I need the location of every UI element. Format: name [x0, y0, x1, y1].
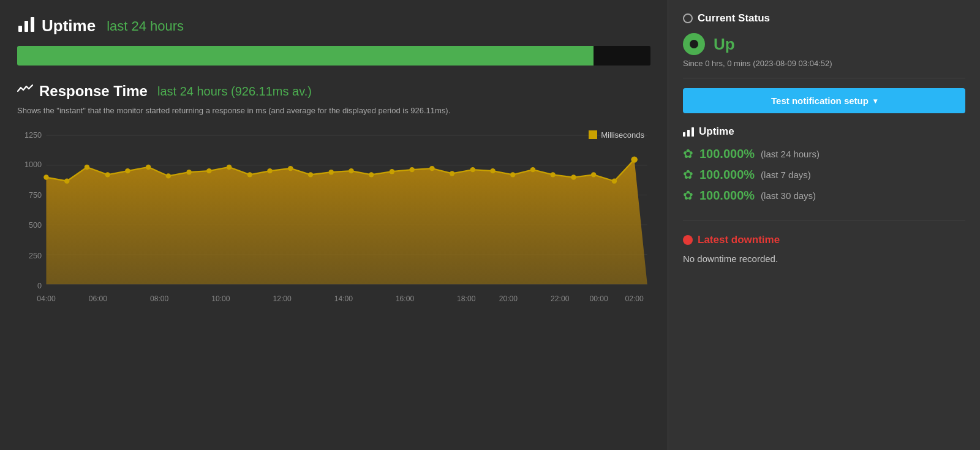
response-subtitle: last 24 hours (926.11ms av.): [157, 84, 312, 99]
svg-point-39: [510, 172, 515, 177]
status-header-icon: [683, 13, 693, 23]
legend-color-box: [589, 130, 597, 139]
svg-rect-0: [18, 26, 22, 32]
svg-point-38: [490, 168, 495, 173]
svg-text:1250: 1250: [24, 131, 42, 140]
svg-point-20: [125, 168, 130, 173]
notify-button-label: Test notification setup: [771, 96, 869, 106]
svg-point-40: [530, 167, 535, 171]
uptime-section-label: Uptime: [699, 126, 734, 138]
svg-point-27: [267, 168, 272, 173]
svg-point-30: [329, 170, 334, 174]
uptime-star-2: ✿: [683, 188, 693, 203]
no-downtime-text: No downtime recorded.: [683, 253, 965, 264]
svg-rect-59: [687, 130, 690, 137]
svg-point-33: [390, 169, 394, 174]
response-time-icon: [17, 83, 33, 100]
svg-rect-58: [683, 132, 685, 137]
notify-button[interactable]: Test notification setup ▾: [683, 88, 965, 113]
svg-point-31: [349, 168, 353, 173]
svg-text:18:00: 18:00: [457, 294, 476, 303]
svg-point-26: [247, 172, 252, 177]
downtime-dot-icon: [683, 235, 693, 245]
svg-rect-1: [24, 21, 28, 32]
response-desc: Shows the "instant" that the monitor sta…: [17, 105, 650, 117]
svg-point-44: [612, 178, 617, 183]
uptime-row-0: ✿ 100.000% (last 24 hours): [683, 146, 965, 161]
status-text-group: Up: [714, 35, 735, 54]
svg-text:06:00: 06:00: [89, 294, 108, 303]
latest-downtime-label: Latest downtime: [698, 234, 780, 246]
svg-text:12:00: 12:00: [273, 294, 292, 303]
uptime-bar-icon: [683, 127, 694, 137]
uptime-section-header: Uptime: [683, 126, 965, 138]
svg-text:20:00: 20:00: [499, 294, 518, 303]
status-row: Up: [683, 33, 965, 55]
svg-text:16:00: 16:00: [396, 294, 415, 303]
svg-point-29: [308, 172, 313, 177]
svg-point-36: [450, 171, 454, 176]
progress-bar-black: [594, 46, 650, 66]
svg-text:10:00: 10:00: [211, 294, 230, 303]
svg-point-42: [571, 174, 576, 179]
status-indicator-inner: [690, 40, 698, 48]
svg-point-25: [227, 164, 232, 169]
svg-point-32: [369, 172, 374, 177]
bar-chart-icon: [17, 15, 36, 37]
uptime-star-0: ✿: [683, 146, 693, 161]
left-panel: Uptime last 24 hours Response Time last …: [0, 0, 668, 450]
uptime-percent-0: 100.000%: [699, 147, 755, 161]
response-title: Response Time: [39, 83, 148, 100]
current-status-label: Current Status: [698, 12, 770, 24]
downtime-section: Latest downtime No downtime recorded.: [683, 234, 965, 264]
right-panel: Current Status Up Since 0 hrs, 0 mins (2…: [668, 0, 980, 450]
svg-text:500: 500: [29, 221, 42, 230]
current-status-section: Current Status Up Since 0 hrs, 0 mins (2…: [683, 12, 965, 78]
svg-point-16: [43, 174, 48, 179]
svg-point-41: [550, 172, 555, 177]
svg-point-28: [288, 165, 293, 170]
uptime-header: Uptime last 24 hours: [17, 15, 650, 37]
uptime-row-2: ✿ 100.000% (last 30 days): [683, 188, 965, 203]
svg-point-19: [105, 172, 110, 177]
svg-rect-60: [692, 127, 694, 137]
svg-text:00:00: 00:00: [589, 294, 608, 303]
response-time-header: Response Time last 24 hours (926.11ms av…: [17, 83, 650, 100]
uptime-section: Uptime ✿ 100.000% (last 24 hours) ✿ 100.…: [683, 126, 965, 220]
main-container: Uptime last 24 hours Response Time last …: [0, 0, 980, 450]
uptime-period-1: (last 7 days): [761, 170, 811, 180]
svg-text:08:00: 08:00: [150, 294, 169, 303]
svg-point-23: [186, 170, 191, 174]
svg-text:750: 750: [29, 190, 42, 199]
svg-marker-15: [46, 159, 647, 284]
status-indicator: [683, 33, 705, 55]
svg-text:250: 250: [29, 251, 42, 260]
downtime-section-header: Latest downtime: [683, 234, 965, 246]
svg-text:14:00: 14:00: [334, 294, 353, 303]
svg-point-21: [146, 164, 151, 169]
current-status-header: Current Status: [683, 12, 965, 24]
svg-point-22: [166, 173, 171, 178]
svg-text:02:00: 02:00: [625, 294, 644, 303]
uptime-progress-bar: [17, 46, 650, 66]
uptime-percent-2: 100.000%: [699, 189, 755, 203]
chevron-down-icon: ▾: [873, 97, 877, 105]
svg-text:04:00: 04:00: [37, 294, 56, 303]
svg-point-17: [64, 178, 69, 183]
chart-svg-wrapper: 1250 1000 750 500 250 0: [17, 130, 650, 317]
chart-legend: Milliseconds: [589, 130, 644, 140]
svg-point-24: [206, 168, 211, 173]
uptime-star-1: ✿: [683, 167, 693, 182]
svg-point-34: [409, 167, 414, 171]
svg-point-37: [470, 167, 475, 171]
svg-text:0: 0: [37, 282, 42, 290]
uptime-row-1: ✿ 100.000% (last 7 days): [683, 167, 965, 182]
legend-label: Milliseconds: [601, 130, 644, 140]
chart-svg: 1250 1000 750 500 250 0: [17, 130, 650, 317]
svg-point-43: [591, 172, 596, 177]
svg-text:22:00: 22:00: [551, 294, 570, 303]
status-since: Since 0 hrs, 0 mins (2023-08-09 03:04:52…: [683, 59, 965, 68]
uptime-period-2: (last 30 days): [761, 190, 816, 201]
svg-point-18: [85, 164, 89, 169]
progress-bar-green: [17, 46, 594, 66]
